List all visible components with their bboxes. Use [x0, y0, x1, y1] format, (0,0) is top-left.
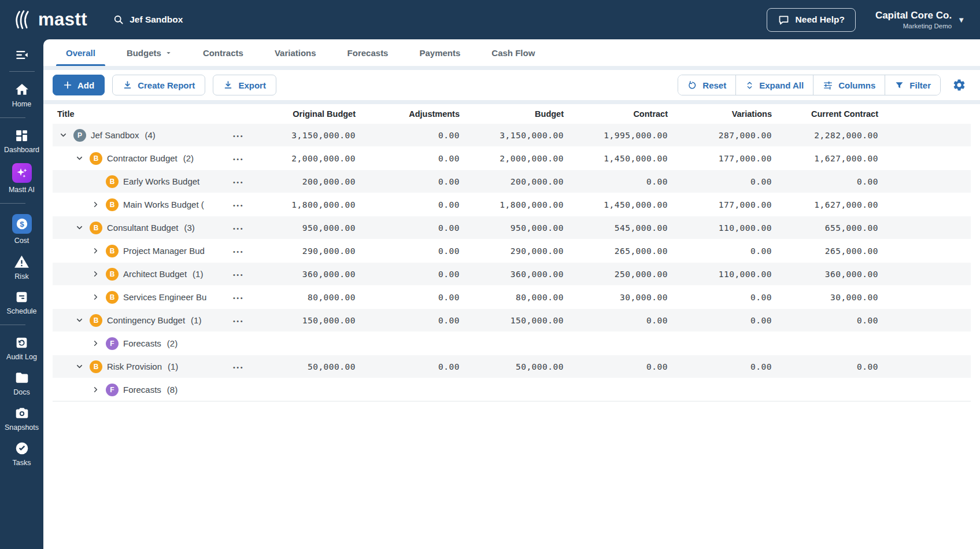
- cell-current-contract: 0.00: [781, 362, 887, 371]
- chevron-right-icon[interactable]: [90, 199, 101, 211]
- row-title-cell: BMain Works Budget (: [53, 198, 232, 211]
- sidebar-item-label: Risk: [14, 272, 28, 281]
- more-menu-icon[interactable]: •••: [232, 269, 245, 281]
- cell-budget: 3,150,000.00: [469, 131, 573, 140]
- more-menu-icon[interactable]: •••: [232, 223, 245, 234]
- cell-adjustments: 0.00: [365, 154, 469, 163]
- reset-label: Reset: [702, 80, 726, 90]
- cell-variations: 177,000.00: [677, 154, 781, 163]
- sidebar-item-snapshots[interactable]: Snapshots: [0, 400, 43, 436]
- tab-label: Forecasts: [347, 48, 389, 58]
- table-row[interactable]: BServices Engineer Bu•••80,000.000.0080,…: [53, 286, 971, 309]
- cell-variations: 0.00: [677, 293, 781, 302]
- table-row[interactable]: BArchitect Budget(1)•••360,000.000.00360…: [53, 263, 971, 286]
- create-report-button[interactable]: Create Report: [112, 75, 205, 95]
- mastt-logo-icon: [14, 9, 35, 31]
- gear-icon[interactable]: [952, 78, 966, 92]
- need-help-button[interactable]: Need Help?: [767, 8, 856, 32]
- column-header-budget: Budget: [469, 109, 573, 119]
- row-menu-cell: •••: [232, 153, 261, 164]
- more-menu-icon[interactable]: •••: [232, 200, 245, 211]
- table-row[interactable]: PJef Sandbox(4)•••3,150,000.000.003,150,…: [53, 124, 971, 147]
- org-switcher[interactable]: Capital Core Co. Marketing Demo ▼: [875, 10, 965, 30]
- create-report-label: Create Report: [138, 80, 195, 90]
- tab-forecasts[interactable]: Forecasts: [332, 39, 404, 66]
- row-title-cell: BEarly Works Budget: [53, 175, 232, 188]
- sidebar-item-mastt-ai[interactable]: Mastt AI: [0, 158, 43, 198]
- table-row[interactable]: FForecasts(2): [53, 332, 971, 355]
- sidebar-item-dashboard[interactable]: Dashboard: [0, 123, 43, 158]
- chevron-down-icon[interactable]: [73, 361, 85, 373]
- row-title-cell: BContingency Budget(1): [53, 314, 232, 327]
- plus-icon: [63, 80, 72, 90]
- chevron-right-icon[interactable]: [90, 245, 101, 257]
- more-menu-icon[interactable]: •••: [232, 130, 245, 142]
- cell-adjustments: 0.00: [365, 246, 469, 256]
- table-row[interactable]: BMain Works Budget (•••1,800,000.000.001…: [53, 193, 971, 216]
- chevron-down-icon[interactable]: [73, 222, 85, 234]
- type-badge-f: F: [106, 337, 119, 350]
- columns-button[interactable]: Columns: [813, 75, 885, 95]
- cell-contract: 0.00: [573, 362, 677, 371]
- tab-budgets[interactable]: Budgets: [111, 39, 187, 66]
- table-row[interactable]: BConsultant Budget(3)•••950,000.000.0095…: [53, 216, 971, 240]
- chevron-right-icon[interactable]: [90, 384, 101, 396]
- columns-sliders-icon: [823, 80, 833, 90]
- table-row[interactable]: BProject Manager Bud•••290,000.000.00290…: [53, 240, 971, 263]
- tab-contracts[interactable]: Contracts: [187, 39, 259, 66]
- more-menu-icon[interactable]: •••: [232, 315, 245, 327]
- sidebar-item-cost[interactable]: $Cost: [0, 209, 43, 249]
- table-row[interactable]: FForecasts(8): [53, 378, 971, 401]
- row-title: Forecasts: [123, 338, 161, 348]
- cell-current-contract: 0.00: [781, 316, 887, 325]
- row-title-cell: FForecasts(8): [53, 384, 232, 396]
- sidebar-divider: [9, 71, 35, 72]
- chevron-down-icon[interactable]: [73, 315, 85, 326]
- sidebar-item-tasks[interactable]: Tasks: [0, 436, 43, 471]
- sidebar-item-home[interactable]: Home: [0, 77, 43, 112]
- cell-adjustments: 0.00: [365, 293, 469, 302]
- table-row[interactable]: BRisk Provision(1)•••50,000.000.0050,000…: [53, 355, 971, 378]
- row-title: Services Engineer Bu: [123, 292, 206, 302]
- more-menu-icon[interactable]: •••: [232, 246, 245, 257]
- chevron-right-icon[interactable]: [90, 338, 101, 349]
- row-menu-cell: •••: [232, 362, 261, 372]
- chevron-right-icon[interactable]: [90, 268, 101, 280]
- table-row[interactable]: BContractor Budget(2)•••2,000,000.000.00…: [53, 147, 971, 170]
- logo-text: mastt: [38, 9, 87, 30]
- column-header-variations: Variations: [677, 109, 781, 119]
- risk-icon: [14, 254, 29, 270]
- sidebar-item-risk[interactable]: Risk: [0, 249, 43, 285]
- chevron-right-icon[interactable]: [90, 292, 101, 303]
- sidebar-item-docs[interactable]: Docs: [0, 365, 43, 400]
- more-menu-icon[interactable]: •••: [232, 153, 245, 165]
- tab-cash-flow[interactable]: Cash Flow: [476, 39, 550, 66]
- collapse-menu-icon[interactable]: [11, 44, 33, 66]
- cell-original-budget: 200,000.00: [261, 177, 365, 186]
- cell-contract: 545,000.00: [573, 223, 677, 233]
- download-icon: [123, 80, 132, 90]
- add-button[interactable]: Add: [53, 75, 105, 95]
- chevron-down-icon[interactable]: [57, 130, 69, 141]
- expand-collapse-icon: [745, 80, 754, 90]
- more-menu-icon[interactable]: •••: [232, 362, 245, 373]
- sidebar-item-schedule[interactable]: Schedule: [0, 285, 43, 319]
- tab-payments[interactable]: Payments: [404, 39, 476, 66]
- reset-button[interactable]: Reset: [678, 75, 736, 95]
- sidebar-item-audit-log[interactable]: Audit Log: [0, 330, 43, 365]
- row-title-cell: BServices Engineer Bu: [53, 291, 232, 304]
- expand-all-button[interactable]: Expand All: [736, 75, 813, 95]
- table-row[interactable]: BContingency Budget(1)•••150,000.000.001…: [53, 309, 971, 332]
- table-row[interactable]: BEarly Works Budget•••200,000.000.00200,…: [53, 170, 971, 193]
- tab-overall[interactable]: Overall: [50, 39, 111, 66]
- filter-button[interactable]: Filter: [885, 75, 940, 95]
- project-search[interactable]: Jef Sandbox: [113, 14, 183, 25]
- tab-variations[interactable]: Variations: [259, 39, 332, 66]
- chevron-down-icon[interactable]: [73, 153, 85, 164]
- cell-adjustments: 0.00: [365, 316, 469, 325]
- more-menu-icon[interactable]: •••: [232, 292, 245, 304]
- cell-contract: 265,000.00: [573, 246, 677, 256]
- export-button[interactable]: Export: [213, 75, 276, 95]
- search-value: Jef Sandbox: [130, 14, 183, 25]
- more-menu-icon[interactable]: •••: [232, 176, 245, 188]
